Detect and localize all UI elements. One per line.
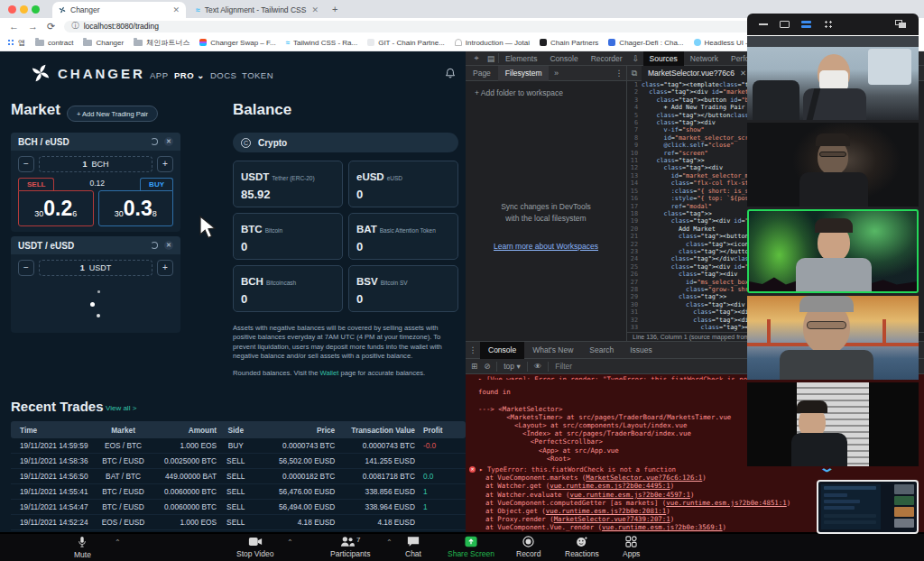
close-file-icon[interactable]: ✕ <box>740 66 746 81</box>
sidebar-tab-page[interactable]: Page <box>466 66 498 81</box>
crypto-group-bar[interactable]: C Crypto <box>233 133 458 152</box>
asset-card-usdt[interactable]: USDTTether (ERC-20)85.92 <box>233 161 343 207</box>
file-tab[interactable]: MarketSelector.vue?76c6✕ <box>642 66 753 81</box>
minimize-window-button[interactable] <box>20 5 28 14</box>
shared-screen-preview[interactable] <box>817 480 919 534</box>
drawer-tab-search[interactable]: Search <box>581 342 622 359</box>
refresh-spinner-icon[interactable] <box>151 242 158 249</box>
inspect-element-icon[interactable]: ⌖ <box>471 53 482 63</box>
clear-console-icon[interactable]: ⊘ <box>484 362 490 371</box>
asset-card-eusd[interactable]: eUSDeUSD0 <box>348 161 458 207</box>
more-panels-icon[interactable]: » <box>550 69 561 78</box>
devtools-tab-recorder[interactable]: Recorder <box>585 51 629 66</box>
new-tab-button[interactable]: + <box>332 4 337 14</box>
toggle-navigator-icon[interactable]: ⧉ <box>629 69 640 78</box>
mute-button[interactable]: Mute <box>74 536 91 559</box>
asset-card-bat[interactable]: BATBasic Attention Token0 <box>348 213 458 260</box>
context-selector[interactable]: top ▾ <box>504 362 520 371</box>
add-folder-button[interactable]: + Add folder to workspace <box>475 88 617 97</box>
drawer-tab-console[interactable]: Console <box>480 342 524 359</box>
devtools-tab-sources[interactable]: Sources <box>643 51 684 66</box>
mute-options-caret[interactable]: ⌃ <box>115 538 121 547</box>
share-screen-button[interactable]: Share Screen <box>448 536 494 558</box>
add-trading-pair-button[interactable]: + Add New Trading Pair <box>67 106 158 122</box>
nav-token[interactable]: TOKEN <box>242 70 273 80</box>
eye-icon[interactable]: 👁 <box>534 362 542 371</box>
bookmark-item[interactable]: Changer <box>83 39 124 47</box>
close-window-button[interactable] <box>8 5 16 14</box>
participant-video-4[interactable] <box>747 296 919 380</box>
decrease-button[interactable]: − <box>18 156 34 172</box>
collapse-videos-chevron-icon[interactable]: ⌄ <box>818 461 836 474</box>
apps-button[interactable]: Apps <box>623 536 640 558</box>
table-row[interactable]: 19/11/2021 14:52:24EOS / EUSD1.000 EOSSE… <box>11 515 466 530</box>
source-link[interactable]: vue.runtime.esm.js?2b0e:4495:1 <box>550 482 670 490</box>
table-row[interactable]: 19/11/2021 14:56:50BAT / BTC449.00000 BA… <box>11 469 466 484</box>
zoom-window-button[interactable] <box>32 5 40 14</box>
nav-pro[interactable]: PRO ⌄ <box>174 70 205 80</box>
devtools-tab-network[interactable]: Network <box>684 51 725 66</box>
video-options-caret[interactable]: ⌃ <box>287 538 293 547</box>
wallet-link[interactable]: Wallet <box>320 369 339 377</box>
increase-button[interactable]: + <box>157 260 173 276</box>
tab-changer[interactable]: Changer ✕ <box>52 2 186 18</box>
participant-video-2[interactable] <box>747 123 919 207</box>
close-tab-icon[interactable]: ✕ <box>172 5 180 14</box>
participant-video-1[interactable] <box>747 36 919 120</box>
refresh-spinner-icon[interactable] <box>151 138 158 145</box>
bookmark-item[interactable]: 앱 <box>7 38 25 48</box>
device-toolbar-icon[interactable]: ▤ <box>485 54 496 63</box>
workspaces-link[interactable]: Learn more about Workspaces <box>466 242 626 251</box>
increase-button[interactable]: + <box>157 156 173 172</box>
drawer-tab-what-s-new[interactable]: What's New <box>524 342 581 359</box>
buy-tab[interactable]: BUY <box>140 178 173 190</box>
table-row[interactable]: 19/11/2021 14:55:41BTC / EUSD0.0060000 B… <box>11 484 466 500</box>
bookmark-item[interactable]: Chager-Defi : Cha... <box>608 39 683 47</box>
sidebar-tab-filesystem[interactable]: Filesystem <box>498 66 550 81</box>
stop-video-button[interactable]: Stop Video <box>236 536 273 558</box>
nav-docs[interactable]: DOCS <box>210 70 236 80</box>
gallery-view-icon[interactable] <box>823 19 834 30</box>
quantity-field[interactable]: 1 USDT <box>39 260 152 276</box>
close-tab-icon[interactable]: ✕ <box>311 5 319 14</box>
participants-button[interactable]: 7 Participants <box>330 536 370 558</box>
nav-app[interactable]: APP <box>150 70 169 80</box>
back-icon[interactable]: ← <box>9 21 19 32</box>
source-link[interactable]: MarketSelector.vue?76c6:126:1 <box>586 474 702 482</box>
participant-video-5[interactable] <box>747 382 919 466</box>
drawer-menu-icon[interactable]: ⋮ <box>467 345 478 354</box>
site-info-icon[interactable]: ⓘ <box>71 21 79 32</box>
strip-view-icon[interactable] <box>801 21 811 28</box>
chat-button[interactable]: Chat <box>405 536 421 558</box>
bookmark-item[interactable]: Introduction — Jotai <box>455 39 530 47</box>
notifications-bell-icon[interactable] <box>445 68 456 79</box>
devtools-tab-elements[interactable]: Elements <box>499 51 543 66</box>
forward-icon[interactable]: → <box>28 21 38 32</box>
console-filter-input[interactable]: Filter <box>555 362 572 371</box>
asset-card-bsv[interactable]: BSVBitcoin SV0 <box>348 265 458 312</box>
devtools-tab-console[interactable]: Console <box>543 51 584 66</box>
bookmark-item[interactable]: ≈Tailwind CSS - Ra... <box>286 39 358 47</box>
table-row[interactable]: 19/11/2021 14:58:36BTC / EUSD0.0025000 B… <box>11 454 466 469</box>
sidebar-menu-icon[interactable]: ⋮ <box>614 69 624 78</box>
asset-card-btc[interactable]: BTCBitcoin0 <box>233 213 343 260</box>
participants-options-caret[interactable]: ⌃ <box>386 538 393 547</box>
bookmark-item[interactable]: Chain Partners <box>540 39 598 47</box>
close-pair-icon[interactable]: ✕ <box>164 137 173 146</box>
speaker-view-icon[interactable] <box>780 21 790 28</box>
asset-card-bch[interactable]: BCHBitcoincash0 <box>233 265 343 312</box>
tab-tailwind[interactable]: ≈ Text Alignment - Tailwind CSS ✕ <box>189 2 325 18</box>
bookmark-item[interactable]: GIT - Chain Partne... <box>367 39 445 47</box>
bookmark-item[interactable]: contract <box>35 39 73 47</box>
buy-price-box[interactable]: 300.38 <box>98 190 174 226</box>
bookmark-item[interactable]: 체인파트너스 <box>134 38 189 48</box>
minimize-videos-icon[interactable] <box>759 23 768 25</box>
participant-video-3-active-speaker[interactable] <box>747 209 919 293</box>
reload-icon[interactable]: ⟳ <box>47 21 55 32</box>
table-row[interactable]: 19/11/2021 14:54:47BTC / EUSD0.0060000 B… <box>11 500 466 515</box>
source-link[interactable]: MarketSelector.vue?7439:207:1 <box>554 515 670 523</box>
popout-icon[interactable] <box>895 20 907 30</box>
source-link[interactable]: vue.runtime.esm.js?2b0e:2081:1 <box>546 507 667 515</box>
console-sidebar-icon[interactable]: ⊞ <box>471 362 477 371</box>
brand[interactable]: CHANGER <box>31 63 145 83</box>
